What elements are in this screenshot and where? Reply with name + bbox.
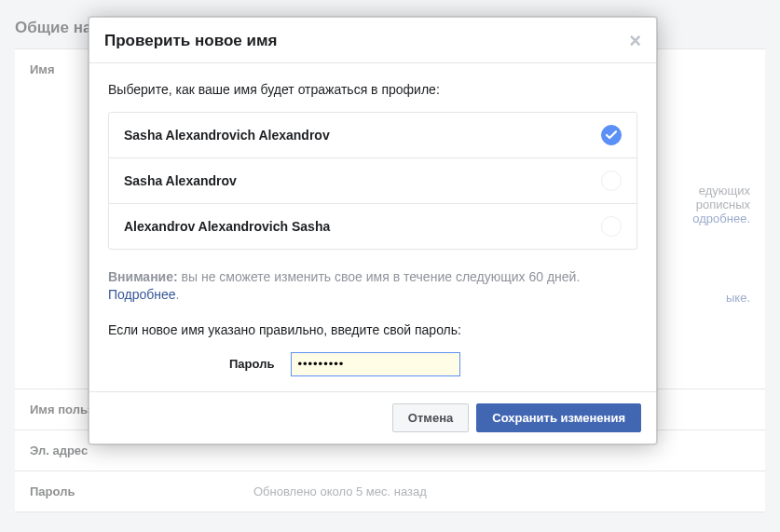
modal-instruction: Выберите, как ваше имя будет отражаться … xyxy=(108,82,637,97)
name-option-label: Alexandrov Alexandrovich Sasha xyxy=(124,219,330,234)
save-button[interactable]: Сохранить изменения xyxy=(476,403,641,432)
name-option-list: Sasha Alexandrovich Alexandrov Sasha Ale… xyxy=(108,112,637,250)
modal-footer: Отмена Сохранить изменения xyxy=(89,391,656,443)
name-option-2[interactable]: Alexandrov Alexandrovich Sasha xyxy=(109,204,636,249)
cancel-button[interactable]: Отмена xyxy=(392,403,469,432)
modal-header: Проверить новое имя × xyxy=(89,18,656,62)
name-option-1[interactable]: Sasha Alexandrov xyxy=(109,158,636,204)
name-option-0[interactable]: Sasha Alexandrovich Alexandrov xyxy=(109,113,636,158)
name-option-label: Sasha Alexandrov xyxy=(124,173,237,188)
modal-title: Проверить новое имя xyxy=(104,32,277,50)
password-label: Пароль xyxy=(229,357,274,371)
close-icon[interactable]: × xyxy=(629,31,641,51)
name-change-modal: Проверить новое имя × Выберите, как ваше… xyxy=(89,17,657,444)
warning-prefix: Внимание: xyxy=(108,269,178,284)
radio-selected-icon xyxy=(601,125,622,145)
name-option-label: Sasha Alexandrovich Alexandrov xyxy=(124,128,330,143)
radio-unselected-icon xyxy=(601,216,622,237)
password-input[interactable] xyxy=(291,352,460,376)
warning-text: Внимание: вы не сможете изменить свое им… xyxy=(108,268,637,304)
radio-unselected-icon xyxy=(601,171,622,191)
learn-more-link[interactable]: Подробнее xyxy=(108,287,176,302)
password-prompt: Если новое имя указано правильно, введит… xyxy=(108,322,637,337)
